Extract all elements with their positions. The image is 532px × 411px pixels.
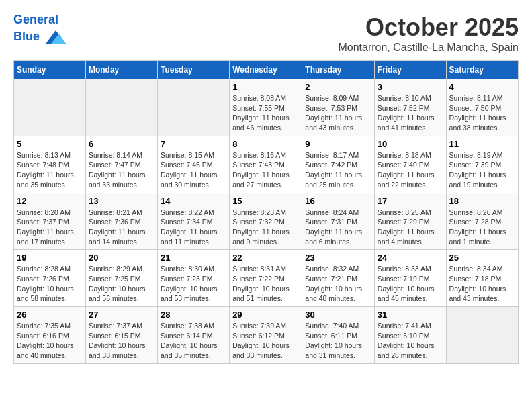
day-number: 25 bbox=[449, 253, 515, 263]
calendar-cell: 5Sunrise: 8:13 AM Sunset: 7:48 PM Daylig… bbox=[14, 136, 86, 193]
day-number: 7 bbox=[161, 139, 226, 149]
calendar-cell: 27Sunrise: 7:37 AM Sunset: 6:15 PM Dayli… bbox=[85, 307, 157, 364]
calendar-cell: 1Sunrise: 8:08 AM Sunset: 7:55 PM Daylig… bbox=[230, 79, 302, 136]
calendar-cell: 23Sunrise: 8:32 AM Sunset: 7:21 PM Dayli… bbox=[302, 250, 375, 307]
calendar-cell: 8Sunrise: 8:16 AM Sunset: 7:43 PM Daylig… bbox=[230, 136, 302, 193]
day-info: Sunrise: 8:20 AM Sunset: 7:37 PM Dayligh… bbox=[17, 208, 83, 247]
day-info: Sunrise: 8:21 AM Sunset: 7:36 PM Dayligh… bbox=[89, 208, 154, 247]
day-number: 10 bbox=[378, 139, 443, 149]
logo-line1: General bbox=[13, 13, 58, 26]
calendar-week-row: 26Sunrise: 7:35 AM Sunset: 6:16 PM Dayli… bbox=[14, 307, 519, 364]
calendar-cell: 26Sunrise: 7:35 AM Sunset: 6:16 PM Dayli… bbox=[14, 307, 86, 364]
day-info: Sunrise: 8:26 AM Sunset: 7:28 PM Dayligh… bbox=[449, 208, 515, 247]
calendar-cell: 25Sunrise: 8:34 AM Sunset: 7:18 PM Dayli… bbox=[446, 250, 518, 307]
calendar-cell: 18Sunrise: 8:26 AM Sunset: 7:28 PM Dayli… bbox=[446, 193, 518, 250]
day-number: 17 bbox=[378, 196, 443, 206]
day-info: Sunrise: 8:24 AM Sunset: 7:31 PM Dayligh… bbox=[305, 208, 371, 247]
day-info: Sunrise: 7:35 AM Sunset: 6:16 PM Dayligh… bbox=[17, 321, 83, 361]
day-number: 31 bbox=[378, 310, 443, 320]
calendar-cell: 9Sunrise: 8:17 AM Sunset: 7:42 PM Daylig… bbox=[302, 136, 375, 193]
day-info: Sunrise: 8:16 AM Sunset: 7:43 PM Dayligh… bbox=[232, 150, 299, 190]
day-number: 16 bbox=[305, 196, 371, 206]
day-info: Sunrise: 8:32 AM Sunset: 7:21 PM Dayligh… bbox=[305, 264, 371, 304]
calendar-cell: 17Sunrise: 8:25 AM Sunset: 7:29 PM Dayli… bbox=[374, 193, 446, 250]
calendar-week-row: 1Sunrise: 8:08 AM Sunset: 7:55 PM Daylig… bbox=[14, 79, 519, 136]
calendar-cell: 20Sunrise: 8:29 AM Sunset: 7:25 PM Dayli… bbox=[85, 250, 157, 307]
calendar-cell bbox=[446, 307, 518, 364]
location: Montarron, Castille-La Mancha, Spain bbox=[338, 42, 519, 54]
day-number: 24 bbox=[378, 253, 443, 263]
day-info: Sunrise: 7:39 AM Sunset: 6:12 PM Dayligh… bbox=[232, 321, 299, 361]
header-day: Wednesday bbox=[230, 61, 302, 79]
day-number: 22 bbox=[232, 253, 299, 263]
day-number: 20 bbox=[89, 253, 154, 263]
calendar-header: SundayMondayTuesdayWednesdayThursdayFrid… bbox=[14, 61, 519, 79]
calendar-cell: 6Sunrise: 8:14 AM Sunset: 7:47 PM Daylig… bbox=[85, 136, 157, 193]
header-day: Sunday bbox=[14, 61, 86, 79]
day-info: Sunrise: 8:19 AM Sunset: 7:39 PM Dayligh… bbox=[449, 150, 515, 190]
day-info: Sunrise: 8:10 AM Sunset: 7:52 PM Dayligh… bbox=[378, 93, 443, 133]
day-info: Sunrise: 8:34 AM Sunset: 7:18 PM Dayligh… bbox=[449, 264, 515, 304]
calendar-week-row: 19Sunrise: 8:28 AM Sunset: 7:26 PM Dayli… bbox=[14, 250, 519, 307]
day-number: 2 bbox=[305, 82, 371, 92]
calendar-cell: 15Sunrise: 8:23 AM Sunset: 7:32 PM Dayli… bbox=[230, 193, 302, 250]
title-block: October 2025 Montarron, Castille-La Manc… bbox=[338, 13, 519, 54]
day-number: 14 bbox=[161, 196, 226, 206]
logo-text: General Blue bbox=[13, 13, 66, 47]
logo-line2: Blue bbox=[13, 30, 40, 43]
calendar-cell bbox=[157, 79, 229, 136]
day-info: Sunrise: 8:17 AM Sunset: 7:42 PM Dayligh… bbox=[305, 150, 371, 190]
header-day: Saturday bbox=[446, 61, 518, 79]
day-number: 6 bbox=[89, 139, 154, 149]
day-info: Sunrise: 8:31 AM Sunset: 7:22 PM Dayligh… bbox=[232, 264, 299, 304]
day-number: 5 bbox=[17, 139, 83, 149]
day-info: Sunrise: 8:14 AM Sunset: 7:47 PM Dayligh… bbox=[89, 150, 154, 190]
page-header: General Blue October 2025 Montarron, Cas… bbox=[13, 13, 519, 54]
day-info: Sunrise: 8:08 AM Sunset: 7:55 PM Dayligh… bbox=[232, 93, 299, 133]
header-day: Tuesday bbox=[157, 61, 229, 79]
calendar-cell: 16Sunrise: 8:24 AM Sunset: 7:31 PM Dayli… bbox=[302, 193, 375, 250]
calendar-cell: 31Sunrise: 7:41 AM Sunset: 6:10 PM Dayli… bbox=[374, 307, 446, 364]
day-info: Sunrise: 8:29 AM Sunset: 7:25 PM Dayligh… bbox=[89, 264, 154, 304]
calendar-table: SundayMondayTuesdayWednesdayThursdayFrid… bbox=[13, 60, 519, 364]
day-number: 29 bbox=[232, 310, 299, 320]
logo-icon bbox=[46, 27, 66, 47]
calendar-cell bbox=[14, 79, 86, 136]
day-info: Sunrise: 8:11 AM Sunset: 7:50 PM Dayligh… bbox=[449, 93, 515, 133]
day-info: Sunrise: 8:33 AM Sunset: 7:19 PM Dayligh… bbox=[378, 264, 443, 304]
day-info: Sunrise: 7:40 AM Sunset: 6:11 PM Dayligh… bbox=[305, 321, 371, 361]
calendar-cell: 24Sunrise: 8:33 AM Sunset: 7:19 PM Dayli… bbox=[374, 250, 446, 307]
calendar-cell: 28Sunrise: 7:38 AM Sunset: 6:14 PM Dayli… bbox=[157, 307, 229, 364]
calendar-cell: 2Sunrise: 8:09 AM Sunset: 7:53 PM Daylig… bbox=[302, 79, 375, 136]
calendar-cell: 4Sunrise: 8:11 AM Sunset: 7:50 PM Daylig… bbox=[446, 79, 518, 136]
calendar-cell: 14Sunrise: 8:22 AM Sunset: 7:34 PM Dayli… bbox=[157, 193, 229, 250]
calendar-cell: 7Sunrise: 8:15 AM Sunset: 7:45 PM Daylig… bbox=[157, 136, 229, 193]
day-number: 18 bbox=[449, 196, 515, 206]
day-info: Sunrise: 8:13 AM Sunset: 7:48 PM Dayligh… bbox=[17, 150, 83, 190]
calendar-cell: 19Sunrise: 8:28 AM Sunset: 7:26 PM Dayli… bbox=[14, 250, 86, 307]
day-number: 9 bbox=[305, 139, 371, 149]
header-day: Monday bbox=[85, 61, 157, 79]
day-info: Sunrise: 7:37 AM Sunset: 6:15 PM Dayligh… bbox=[89, 321, 154, 361]
day-info: Sunrise: 8:25 AM Sunset: 7:29 PM Dayligh… bbox=[378, 208, 443, 247]
day-number: 15 bbox=[232, 196, 299, 206]
calendar-cell: 22Sunrise: 8:31 AM Sunset: 7:22 PM Dayli… bbox=[230, 250, 302, 307]
day-info: Sunrise: 8:09 AM Sunset: 7:53 PM Dayligh… bbox=[305, 93, 371, 133]
calendar-cell: 29Sunrise: 7:39 AM Sunset: 6:12 PM Dayli… bbox=[230, 307, 302, 364]
day-number: 30 bbox=[305, 310, 371, 320]
calendar-week-row: 12Sunrise: 8:20 AM Sunset: 7:37 PM Dayli… bbox=[14, 193, 519, 250]
calendar-cell: 11Sunrise: 8:19 AM Sunset: 7:39 PM Dayli… bbox=[446, 136, 518, 193]
day-info: Sunrise: 8:28 AM Sunset: 7:26 PM Dayligh… bbox=[17, 264, 83, 304]
day-number: 19 bbox=[17, 253, 83, 263]
calendar-cell: 21Sunrise: 8:30 AM Sunset: 7:23 PM Dayli… bbox=[157, 250, 229, 307]
day-number: 1 bbox=[232, 82, 299, 92]
calendar-cell: 13Sunrise: 8:21 AM Sunset: 7:36 PM Dayli… bbox=[85, 193, 157, 250]
day-number: 26 bbox=[17, 310, 83, 320]
day-info: Sunrise: 8:22 AM Sunset: 7:34 PM Dayligh… bbox=[161, 208, 226, 247]
header-day: Thursday bbox=[302, 61, 375, 79]
day-info: Sunrise: 8:30 AM Sunset: 7:23 PM Dayligh… bbox=[161, 264, 226, 304]
day-info: Sunrise: 8:18 AM Sunset: 7:40 PM Dayligh… bbox=[378, 150, 443, 190]
logo: General Blue bbox=[13, 13, 66, 47]
day-info: Sunrise: 7:41 AM Sunset: 6:10 PM Dayligh… bbox=[378, 321, 443, 361]
calendar-cell: 3Sunrise: 8:10 AM Sunset: 7:52 PM Daylig… bbox=[374, 79, 446, 136]
